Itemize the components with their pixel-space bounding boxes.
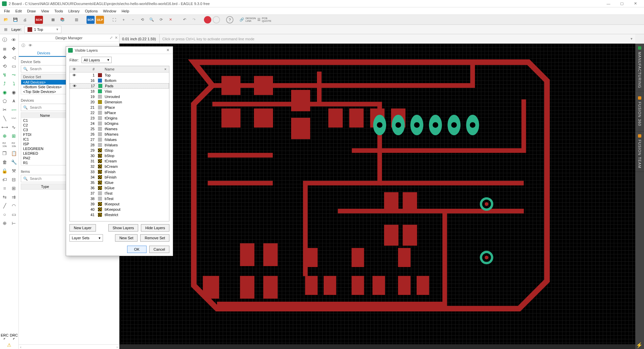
gateswap-icon[interactable]: ⇉ bbox=[9, 193, 19, 201]
value-label-icon[interactable]: R210k bbox=[0, 140, 9, 149]
col-name[interactable]: Name bbox=[21, 113, 69, 118]
add-icon[interactable]: ⊕ bbox=[0, 132, 9, 140]
via-icon[interactable]: ◉ bbox=[0, 88, 9, 97]
lock-icon[interactable]: 🔒 bbox=[0, 166, 9, 175]
layer-row[interactable]: 41tRestrict bbox=[70, 212, 169, 217]
redo-icon[interactable]: ↷ bbox=[190, 16, 198, 24]
delete-icon[interactable]: 🗑 bbox=[0, 158, 9, 166]
design-link-button[interactable]: 🔗 DESIGN LINK bbox=[239, 17, 256, 22]
show-icon[interactable]: 👁 bbox=[9, 36, 19, 44]
vtab-manufacturing[interactable]: MANUFACTURING bbox=[635, 44, 644, 91]
pcb-canvas[interactable] bbox=[119, 44, 635, 349]
rotate-icon[interactable]: ⟲ bbox=[0, 62, 9, 70]
scroll-right-icon[interactable]: › bbox=[116, 345, 118, 349]
zoom-out-icon[interactable]: － bbox=[129, 16, 137, 24]
ripup2-icon[interactable]: ⤵ bbox=[9, 79, 19, 88]
layer-row[interactable]: 38bTest bbox=[70, 196, 169, 201]
layer-row[interactable]: 31tCream bbox=[70, 158, 169, 164]
menu-view[interactable]: View bbox=[38, 8, 52, 14]
dimension-icon[interactable]: ⟷ bbox=[0, 123, 9, 132]
attrib-icon[interactable]: 🏷 bbox=[0, 175, 9, 184]
layer-row[interactable]: 29tStop bbox=[70, 148, 169, 153]
layer-select[interactable]: 1 Top ▾ bbox=[24, 26, 61, 33]
pinswap-icon[interactable]: ⇆ bbox=[0, 193, 9, 201]
arc-icon[interactable]: ◠ bbox=[9, 201, 19, 210]
drc-button[interactable]: DRC✔ bbox=[9, 333, 19, 341]
scr-button[interactable]: SCR bbox=[87, 16, 95, 24]
layer-rows[interactable]: 👁1Top16Bottom👁17Pads18Vias19Unrouted20Di… bbox=[70, 72, 169, 221]
wave-icon[interactable]: 〰 bbox=[9, 114, 19, 123]
remove-set-button[interactable]: Remove Set bbox=[140, 234, 169, 242]
stop-icon[interactable] bbox=[204, 16, 211, 23]
scroll-left-icon[interactable]: ‹ bbox=[20, 345, 21, 349]
name-label-icon[interactable]: R210k bbox=[9, 140, 19, 149]
command-caret-icon[interactable]: ▾ bbox=[628, 37, 635, 41]
group-icon[interactable]: ▭ bbox=[9, 62, 19, 70]
rect-icon[interactable]: ▭ bbox=[9, 210, 19, 219]
layer-row[interactable]: 24bOrigins bbox=[70, 121, 169, 126]
route-icon[interactable]: ↯ bbox=[0, 70, 9, 79]
col-name[interactable]: Name bbox=[103, 66, 162, 72]
smash-icon[interactable]: ⚒ bbox=[9, 166, 19, 175]
grid-icon[interactable]: ▦ bbox=[3, 27, 9, 33]
menu-draw[interactable]: Draw bbox=[24, 8, 39, 14]
mirror-icon[interactable]: ◁ bbox=[9, 53, 19, 62]
split-icon[interactable]: ✂ bbox=[0, 105, 9, 114]
go-icon[interactable] bbox=[213, 16, 220, 23]
col-number[interactable]: # bbox=[86, 66, 97, 72]
layer-row[interactable]: 20Dimension bbox=[70, 99, 169, 105]
menu-edit[interactable]: Edit bbox=[13, 8, 24, 14]
col-visible-icon[interactable]: 👁 bbox=[70, 66, 78, 72]
distribute-icon[interactable]: ⊟ bbox=[9, 175, 19, 184]
pcb-quote-button[interactable]: ☰ PCB QUOTE bbox=[257, 17, 271, 22]
popout-icon[interactable]: ⤢ bbox=[110, 36, 113, 40]
layer-row[interactable]: 19Unrouted bbox=[70, 94, 169, 99]
layer-row[interactable]: 37tTest bbox=[70, 191, 169, 196]
refresh-icon[interactable]: ⟳ bbox=[157, 16, 165, 24]
layers-icon[interactable]: ≣ bbox=[0, 44, 9, 53]
board-icon[interactable]: ▦ bbox=[49, 16, 57, 24]
menu-window[interactable]: Window bbox=[100, 8, 119, 14]
text-icon[interactable]: A bbox=[9, 97, 19, 105]
meander-icon[interactable]: ∿ bbox=[9, 123, 19, 132]
library-icon[interactable]: 📚 bbox=[58, 16, 66, 24]
menu-help[interactable]: Help bbox=[119, 8, 132, 14]
layer-row[interactable]: 33tFinish bbox=[70, 169, 169, 174]
undo-icon[interactable]: ↶ bbox=[180, 16, 189, 24]
help-icon[interactable]: ? bbox=[226, 16, 233, 23]
zoom-in-icon[interactable]: ＋ bbox=[119, 16, 127, 24]
route2-icon[interactable]: ⤳ bbox=[9, 70, 19, 79]
menu-library[interactable]: Library bbox=[66, 8, 83, 14]
layer-row[interactable]: 32bCream bbox=[70, 164, 169, 169]
layer-row[interactable]: 👁17Pads bbox=[70, 83, 169, 89]
cancel-button[interactable]: Cancel bbox=[149, 246, 169, 253]
layer-row[interactable]: 30bStop bbox=[70, 153, 169, 158]
maximize-button[interactable]: ▢ bbox=[615, 1, 629, 6]
new-layer-button[interactable]: New Layer bbox=[69, 224, 96, 232]
warning-icon[interactable]: ⚠ bbox=[0, 341, 18, 349]
col-type[interactable]: Type bbox=[21, 184, 69, 189]
show-layers-button[interactable]: Show Layers bbox=[108, 224, 139, 232]
ulp-button[interactable]: ULP bbox=[96, 16, 104, 24]
hole-icon[interactable]: ⊕ bbox=[0, 219, 9, 228]
layer-row[interactable]: 36bGlue bbox=[70, 185, 169, 191]
ratsnest-icon[interactable]: ⌗ bbox=[0, 184, 9, 193]
menu-file[interactable]: File bbox=[1, 8, 13, 14]
wire-icon[interactable]: ╱ bbox=[0, 201, 9, 210]
eye-show-icon[interactable]: 👁 bbox=[29, 43, 32, 47]
layer-row[interactable]: 25tNames bbox=[70, 126, 169, 132]
zoom-select-icon[interactable]: 🔍 bbox=[148, 16, 156, 24]
change-icon[interactable]: 🔧 bbox=[9, 158, 19, 166]
ok-button[interactable]: OK bbox=[127, 246, 147, 253]
command-line[interactable]: Click or press Ctrl+L key to activate co… bbox=[160, 37, 628, 41]
layer-row[interactable]: 34bFinish bbox=[70, 174, 169, 180]
dm-scrollbar-horizontal[interactable]: ‹ › bbox=[19, 344, 119, 349]
dialog-close-icon[interactable]: ✕ bbox=[165, 48, 171, 52]
layer-row[interactable]: 16Bottom bbox=[70, 78, 169, 83]
canvas-scrollbar-horizontal[interactable] bbox=[119, 344, 635, 349]
vtab-fusion-team[interactable]: FUSION TEAM bbox=[635, 132, 644, 172]
layer-row[interactable]: 39tKeepout bbox=[70, 201, 169, 207]
layer-row[interactable]: 22bPlace bbox=[70, 110, 169, 115]
layer-row[interactable]: 28bValues bbox=[70, 142, 169, 148]
hide-layers-button[interactable]: Hide Layers bbox=[141, 224, 169, 232]
